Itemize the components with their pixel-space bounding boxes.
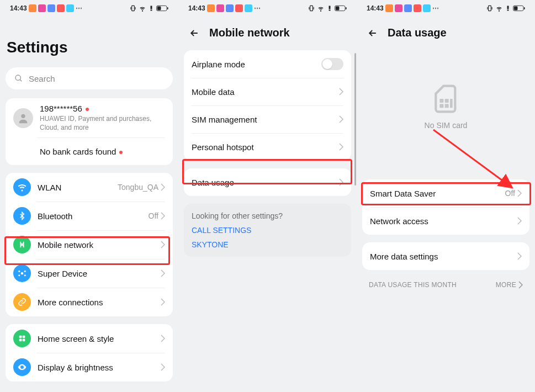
sidebar-item-super-device[interactable]: Super Device	[6, 259, 173, 288]
svg-rect-28	[514, 7, 518, 10]
smart-data-saver-row[interactable]: Smart Data Saver Off	[362, 179, 529, 207]
sim-management-row[interactable]: SIM management	[184, 105, 351, 133]
chevron-right-icon	[161, 212, 165, 220]
status-app-icon	[423, 4, 431, 12]
status-app-icon	[395, 4, 402, 12]
chevron-right-icon	[339, 178, 343, 186]
search-placeholder: Search	[29, 74, 55, 83]
skytone-link[interactable]: SKYTONE	[192, 240, 343, 249]
svg-rect-0	[132, 6, 135, 10]
status-bar: 14:43 ⋯	[0, 0, 178, 17]
more-button[interactable]: MORE	[496, 281, 523, 289]
airplane-mode-row[interactable]: Airplane mode	[184, 50, 351, 78]
chevron-right-icon	[339, 88, 343, 96]
sidebar-item-display[interactable]: Display & brightness	[6, 353, 173, 382]
chevron-right-icon	[161, 241, 165, 248]
personal-hotspot-row[interactable]: Personal hotspot	[184, 133, 351, 161]
status-app-icon	[38, 4, 46, 12]
svg-rect-26	[507, 10, 509, 11]
status-time: 14:43	[367, 4, 384, 12]
sidebar-item-home-screen[interactable]: Home screen & style	[6, 324, 173, 353]
sidebar-item-bluetooth[interactable]: Bluetooth Off	[6, 202, 173, 230]
status-app-icon	[66, 4, 74, 12]
status-app-icon	[207, 4, 215, 12]
row-label: Smart Data Saver	[370, 189, 505, 198]
page-title: Data usage	[388, 27, 447, 39]
alert-icon	[505, 4, 511, 12]
page-header: Mobile network	[178, 17, 357, 50]
data-usage-card: Data usage	[184, 168, 351, 196]
back-button[interactable]	[367, 27, 379, 39]
svg-rect-30	[439, 99, 443, 103]
status-app-icon	[245, 4, 252, 12]
sim-card-icon	[431, 83, 462, 114]
svg-rect-4	[157, 7, 161, 10]
status-bar: 14:43 ⋯	[178, 0, 357, 17]
svg-point-8	[21, 272, 24, 275]
network-group: WLAN Tongbu_QA Bluetooth Off Mobile netw…	[6, 173, 173, 316]
account-card: 198******56 HUAWEI ID, Payment and purch…	[6, 98, 173, 165]
svg-point-12	[24, 275, 26, 277]
super-device-icon	[13, 264, 31, 282]
account-id: 198******56	[40, 104, 165, 113]
sidebar-item-wlan[interactable]: WLAN Tongbu_QA	[6, 173, 173, 202]
wifi-icon	[139, 4, 146, 12]
section-header: DATA USAGE THIS MONTH MORE	[357, 278, 535, 292]
row-label: Mobile data	[192, 87, 339, 97]
svg-point-9	[18, 271, 20, 272]
search-input[interactable]: Search	[6, 67, 173, 89]
svg-rect-18	[310, 6, 313, 10]
svg-rect-20	[329, 10, 331, 11]
more-data-settings-row[interactable]: More data settings	[362, 242, 529, 270]
status-app-icon	[226, 4, 234, 12]
wifi-icon	[13, 178, 31, 196]
network-access-row[interactable]: Network access	[362, 207, 529, 235]
sidebar-item-mobile-network[interactable]: Mobile network	[6, 230, 173, 259]
call-settings-link[interactable]: CALL SETTINGS	[192, 226, 343, 235]
account-subtitle: HUAWEI ID, Payment and purchases, Cloud,…	[40, 114, 165, 132]
more-data-settings-group: More data settings	[362, 242, 529, 270]
row-label: Personal hotspot	[192, 142, 339, 152]
chevron-right-icon	[161, 183, 165, 191]
airplane-mode-toggle[interactable]	[321, 58, 343, 70]
battery-icon	[513, 5, 525, 12]
page-header: Data usage	[357, 17, 535, 50]
row-label: Airplane mode	[192, 60, 321, 69]
home-screen-icon	[13, 330, 31, 347]
status-time: 14:43	[188, 4, 205, 12]
svg-rect-32	[444, 99, 448, 103]
row-label: Data usage	[192, 178, 339, 187]
chevron-right-icon	[161, 298, 165, 306]
svg-rect-23	[346, 7, 347, 9]
svg-point-6	[15, 75, 20, 80]
svg-rect-1	[151, 6, 152, 9]
no-sim-label: No SIM card	[425, 121, 468, 130]
alert-icon	[326, 4, 333, 12]
data-usage-row[interactable]: Data usage	[184, 168, 351, 196]
svg-rect-24	[489, 6, 491, 10]
screen-settings: 14:43 ⋯ Settings Search 198******56 HUA	[0, 0, 178, 392]
status-indicators	[308, 4, 347, 12]
screen-mobile-network: 14:43 ⋯ Mobile network Airplane mode Mob…	[178, 0, 357, 392]
status-time: 14:43	[10, 4, 27, 12]
status-more-icon: ⋯	[76, 4, 83, 12]
mobile-data-row[interactable]: Mobile data	[184, 78, 351, 105]
mobile-network-icon	[13, 236, 31, 253]
mobile-network-group: Airplane mode Mobile data SIM management…	[184, 50, 351, 161]
notification-dot	[86, 108, 89, 111]
svg-rect-14	[23, 336, 25, 338]
chevron-right-icon	[517, 252, 522, 260]
status-indicators	[129, 4, 168, 12]
footer-question: Looking for other settings?	[192, 211, 343, 220]
wifi-icon	[317, 4, 325, 12]
vibrate-icon	[129, 4, 137, 12]
bank-cards-row[interactable]: No bank cards found	[6, 137, 173, 165]
eye-icon	[13, 358, 31, 376]
svg-rect-22	[336, 7, 340, 10]
link-icon	[13, 293, 31, 311]
huawei-id-row[interactable]: 198******56 HUAWEI ID, Payment and purch…	[6, 98, 173, 137]
row-value: Off	[505, 189, 515, 198]
status-app-icon	[57, 4, 65, 12]
sidebar-item-more-connections[interactable]: More connections	[6, 288, 173, 316]
back-button[interactable]	[188, 27, 200, 39]
